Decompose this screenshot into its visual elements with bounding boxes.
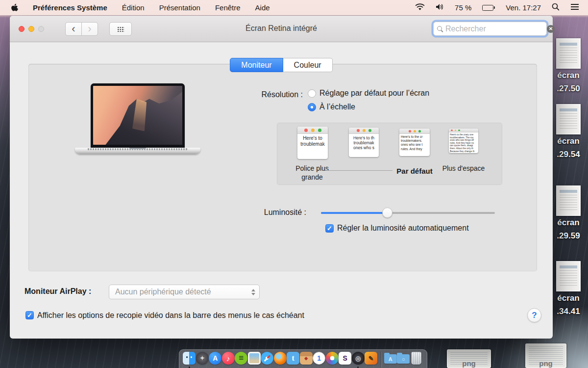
dock-item-steam[interactable]: ◎: [352, 352, 365, 365]
radio-on-icon[interactable]: [308, 103, 316, 111]
dock-item-itunes[interactable]: ♪: [222, 352, 235, 365]
notification-center-icon[interactable]: [570, 3, 579, 12]
twitter-icon: t: [287, 352, 299, 365]
window-toolbar: ‹ › Écran Retina intégré ✕: [10, 16, 553, 42]
applications-folder-icon: A: [384, 354, 397, 364]
trash-icon: [411, 352, 421, 365]
radio-off-icon[interactable]: [308, 89, 316, 98]
dock-item-preview[interactable]: [248, 352, 261, 365]
scale-option-default[interactable]: Here's to the cr troublemakers. ones who…: [399, 129, 430, 156]
help-button[interactable]: ?: [527, 308, 541, 322]
dock-item-applications-folder[interactable]: A: [384, 352, 397, 364]
dock-item-photos[interactable]: [326, 352, 339, 365]
search-field[interactable]: ✕: [433, 22, 547, 36]
spotlight-icon[interactable]: [552, 3, 560, 12]
battery-percent: 75 %: [455, 3, 471, 12]
menu-item-app-name[interactable]: Préférences Système: [33, 3, 107, 12]
apple-menu[interactable]: [11, 3, 18, 12]
brightness-slider[interactable]: [321, 208, 495, 218]
dock-item-1password[interactable]: 1: [313, 352, 326, 365]
airplay-dropdown[interactable]: Aucun périphérique détecté: [109, 285, 260, 299]
chevron-up-down-icon: [251, 289, 255, 295]
clear-search-icon[interactable]: ✕: [547, 25, 555, 33]
scale-option-more-space[interactable]: Here's to the crazy one troublemakers. T…: [449, 129, 478, 153]
menu-item-fenetre[interactable]: Fenêtre: [215, 3, 241, 12]
dock-item-finder[interactable]: [183, 352, 196, 365]
scale-option-larger-text[interactable]: Here's to troublemak: [297, 127, 328, 159]
app-store-icon: A: [209, 352, 221, 365]
desktop-file-screenshot-4[interactable]: écran.34.41: [551, 261, 586, 318]
tab-couleur[interactable]: Couleur: [283, 58, 333, 72]
slider-thumb[interactable]: [382, 208, 392, 218]
firefox-icon: [274, 352, 287, 365]
monitor-panel: Résolution : Réglage par défaut pour l’é…: [28, 64, 537, 271]
scaled-resolutions-box: Here's to troublemak Here's to th troubl…: [277, 123, 502, 185]
desktop-file-screenshot-2[interactable]: écran.29.54: [551, 104, 586, 161]
mirroring-label: Afficher les options de recopie vidéo da…: [37, 311, 304, 320]
search-icon: [437, 26, 443, 32]
documents-folder-icon: ○: [397, 354, 410, 364]
dock-item-safari[interactable]: [261, 352, 274, 365]
dock-item-trash[interactable]: [410, 352, 423, 365]
scale-option-2[interactable]: Here's to th troublemak ones who s: [349, 128, 379, 157]
file-label: écran.27.50: [551, 69, 586, 95]
screenshot-file-icon: [556, 185, 581, 216]
dock-item-image-editor[interactable]: ✎: [365, 352, 378, 365]
photos-icon: [326, 352, 339, 365]
system-preferences-window: ‹ › Écran Retina intégré ✕ Moniteur Coul…: [10, 16, 553, 339]
screenshot-file-icon: [556, 261, 581, 291]
file-label: png: [539, 360, 553, 367]
file-label: écran.29.59: [551, 216, 586, 242]
desktop-file-screenshot-3[interactable]: écran.29.59: [551, 185, 586, 242]
dock-item-package[interactable]: ◈: [300, 352, 313, 365]
dock-item-documents-folder[interactable]: ○: [397, 352, 410, 364]
mirroring-option-row[interactable]: ✓ Afficher les options de recopie vidéo …: [25, 311, 304, 320]
menu-item-presentation[interactable]: Présentation: [159, 3, 200, 12]
menu-item-aide[interactable]: Aide: [255, 3, 270, 12]
dock-item-firefox[interactable]: [274, 352, 287, 365]
dock-item-twitter[interactable]: t: [287, 352, 300, 365]
apple-icon: [11, 3, 18, 12]
dock-item-slack[interactable]: S: [339, 352, 352, 365]
file-label: écran.29.54: [551, 134, 586, 161]
slack-icon: S: [339, 352, 351, 365]
tab-bar: Moniteur Couleur: [10, 58, 553, 72]
launchpad-icon: ✦: [196, 352, 209, 365]
one-password-icon: 1: [313, 352, 325, 365]
image-editor-icon: ✎: [365, 352, 377, 365]
scale-axis-line: [325, 170, 392, 171]
dock-item-app-store[interactable]: A: [209, 352, 222, 365]
checkbox-checked-icon[interactable]: ✓: [325, 224, 334, 233]
resolution-option-default[interactable]: Réglage par défaut pour l’écran: [308, 89, 429, 98]
menu-clock[interactable]: Ven. 17:27: [506, 3, 541, 12]
preview-icon: [248, 352, 261, 365]
spotify-icon: ≡: [235, 352, 247, 365]
dock-item-spotify[interactable]: ≡: [235, 352, 248, 365]
file-label: png: [462, 360, 476, 367]
wifi-icon[interactable]: [415, 3, 425, 12]
screenshot-file-icon: [556, 38, 581, 69]
desktop-file-png-1[interactable]: png: [447, 349, 491, 368]
resolution-option-scaled[interactable]: À l’échelle: [308, 103, 355, 111]
dock: ✦ A ♪ ≡ t ◈ 1 S ◎ ✎ A ○: [179, 349, 427, 368]
label-larger-text: Police plus grande: [288, 164, 337, 182]
dock-item-launchpad[interactable]: ✦: [196, 352, 209, 365]
battery-icon[interactable]: [482, 5, 495, 11]
mini-traffic-lights: [297, 127, 328, 134]
search-input[interactable]: [443, 25, 547, 33]
desktop-file-png-2[interactable]: png: [525, 343, 566, 368]
auto-brightness-row[interactable]: ✓ Régler la luminosité automatiquement: [325, 224, 469, 233]
airplay-value: Aucun périphérique détecté: [115, 288, 251, 296]
macbook-base: [75, 148, 200, 154]
screenshot-file-icon: [556, 104, 581, 134]
volume-icon[interactable]: [436, 3, 444, 12]
package-icon: ◈: [300, 352, 313, 365]
desktop-file-screenshot-1[interactable]: écran.27.50: [551, 38, 586, 95]
steam-icon: ◎: [352, 352, 365, 365]
mini-traffic-lights: [449, 129, 478, 132]
label-more-space: Plus d'espace: [439, 164, 488, 173]
finder-icon: [183, 352, 196, 365]
tab-moniteur[interactable]: Moniteur: [230, 58, 283, 72]
menu-item-edition[interactable]: Édition: [122, 3, 145, 12]
checkbox-checked-icon[interactable]: ✓: [25, 311, 34, 319]
